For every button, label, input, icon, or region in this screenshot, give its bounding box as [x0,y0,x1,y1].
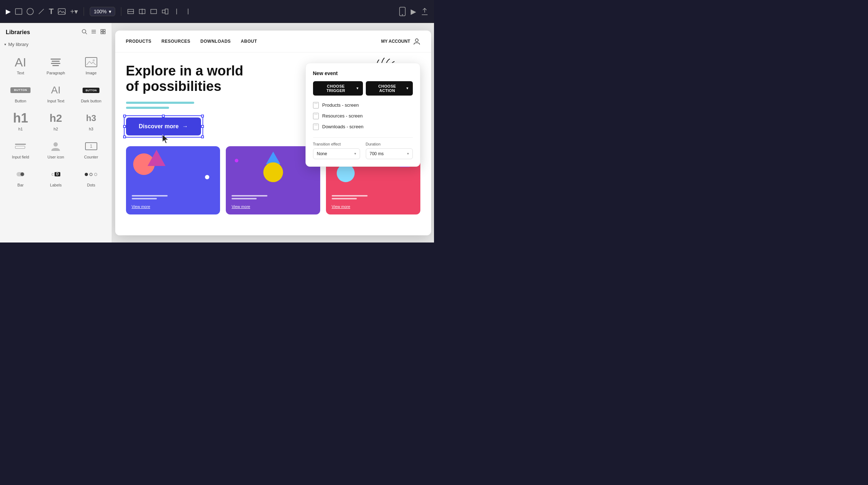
nav-products[interactable]: PRODUCTS [126,39,151,44]
sidebar-item-user-icon[interactable]: User icon [38,135,73,163]
screen-item-resources[interactable]: Resources - screen [313,112,413,120]
sidebar-item-input-text[interactable]: AI Input Text [38,79,73,107]
sidebar-item-image[interactable]: Image [74,51,109,79]
align-tool-4[interactable] [162,8,169,15]
text-tool[interactable]: T [49,7,53,16]
sidebar-item-text[interactable]: AI Text [3,51,38,79]
add-tool[interactable]: +▾ [70,7,78,16]
pen-tool[interactable] [38,8,45,15]
nav-about[interactable]: ABOUT [241,39,257,44]
duration-label: Duration [366,142,413,146]
svg-point-1 [27,8,33,15]
handle-br[interactable] [201,135,204,138]
dark-button-icon: BUTTON [83,84,99,97]
screen-icon-resources [313,113,319,119]
duration-select[interactable]: 700 ms ▾ [366,148,413,159]
main-layout: Libraries ▾ My library AI [0,23,434,242]
image-tool[interactable] [58,8,66,15]
sidebar-item-h3[interactable]: h3 h3 [74,107,109,135]
sidebar-item-h1[interactable]: h1 h1 [3,107,38,135]
card-pink-lines [332,195,415,201]
align-tool-6[interactable] [185,8,192,15]
bar-label: Bar [18,183,24,187]
website-mockup: PRODUCTS RESOURCES DOWNLOADS ABOUT MY AC… [115,31,431,235]
grid-view-icon[interactable] [100,29,106,36]
sidebar-item-counter[interactable]: 1 Counter [74,135,109,163]
mobile-preview-icon[interactable] [399,7,406,16]
align-tool-3[interactable] [150,8,157,15]
sidebar-item-input-field[interactable]: Input field [3,135,38,163]
ai-text-icon: AI [15,56,26,69]
svg-point-17 [82,29,86,33]
handle-bl[interactable] [123,135,126,138]
dots-icon [85,168,97,181]
card-pink-link[interactable]: View more [332,204,415,209]
cursor-icon [162,134,170,146]
trigger-chevron: ▾ [356,86,358,90]
image-icon [85,56,97,69]
svg-point-26 [93,59,95,61]
toolbar: ▶ T +▾ 100% ▾ ▶ [0,0,434,23]
ellipse-tool[interactable] [27,8,34,15]
discover-more-button-container: Discover more → [126,117,201,135]
sidebar-item-paragraph[interactable]: Paragraph [38,51,73,79]
align-tool-1[interactable] [127,8,134,15]
sidebar-item-bar[interactable]: Bar [3,163,38,191]
card-purple-shape3 [235,159,238,162]
list-view-icon[interactable] [91,29,97,36]
export-icon[interactable] [421,8,428,15]
counter-icon: 1 [85,140,97,153]
screen-item-products[interactable]: Products - screen [313,101,413,109]
screen-item-downloads[interactable]: Downloads - screen [313,123,413,131]
discover-more-button[interactable]: Discover more → [126,117,201,135]
sidebar-item-button[interactable]: BUTTON Button [3,79,38,107]
transition-label: Transition effect [313,142,360,146]
user-icon-label: User icon [47,155,64,159]
my-library-section[interactable]: ▾ My library [0,39,112,50]
card-purple-lines [232,195,314,201]
search-icon[interactable] [81,29,87,36]
zoom-value: 100% [94,9,107,14]
svg-rect-22 [101,29,103,31]
image-label: Image [86,71,97,75]
handle-ml[interactable] [123,125,126,128]
align-tool-2[interactable] [139,8,146,15]
handle-tm[interactable] [162,115,165,117]
handle-mr[interactable] [201,125,204,128]
sidebar-item-dark-button[interactable]: BUTTON Dark button [74,79,109,107]
choose-action-button[interactable]: CHOOSE ACTION ▾ [366,81,413,96]
duration-field: Duration 700 ms ▾ [366,142,413,159]
select-tool[interactable]: ▶ [6,8,11,15]
user-icon-icon [50,140,61,153]
h2-icon: h2 [50,112,62,125]
handle-tr[interactable] [201,115,204,117]
card-blue-lines [132,195,215,201]
choose-trigger-button[interactable]: CHOOSE TRIGGER ▾ [313,81,363,96]
transition-select[interactable]: None ▾ [313,148,360,159]
nav-downloads[interactable]: DOWNLOADS [200,39,231,44]
account-icon [413,38,420,45]
card-blue: View more [126,146,220,214]
svg-rect-9 [162,10,165,13]
zoom-control[interactable]: 100% ▾ [90,7,115,16]
card-blue-link[interactable]: View more [132,204,215,209]
sidebar-item-h2[interactable]: h2 h2 [38,107,73,135]
svg-point-27 [53,142,58,147]
svg-rect-23 [103,29,105,31]
h3-icon: h3 [86,112,96,125]
nav-resources[interactable]: RESOURCES [162,39,191,44]
h3-label: h3 [89,127,93,131]
card-blue-shape2 [148,150,165,166]
card-purple-shape2 [263,162,283,182]
handle-tl[interactable] [123,115,126,117]
play-icon[interactable]: ▶ [411,7,416,16]
sidebar-item-labels[interactable]: c D Labels [38,163,73,191]
screen-label-products: Products - screen [322,102,359,108]
svg-rect-8 [151,9,157,14]
svg-rect-24 [101,32,103,34]
card-purple-link[interactable]: View more [232,204,314,209]
svg-rect-25 [103,32,105,34]
sidebar-item-dots[interactable]: Dots [74,163,109,191]
rectangle-tool[interactable] [15,8,22,15]
align-tool-5[interactable] [173,8,180,15]
